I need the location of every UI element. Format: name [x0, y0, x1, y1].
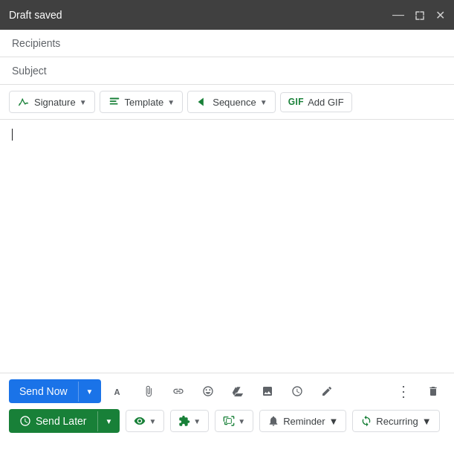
signature-chevron: ▼	[80, 98, 87, 106]
bottom-row2: Send Later ▼ ▼ ▼ ▼	[9, 409, 445, 433]
svg-rect-2	[109, 100, 116, 102]
send-now-label: Send Now	[9, 379, 78, 403]
send-later-label: Send Later	[36, 415, 87, 427]
bottom-toolbar: Send Now ▼ A	[0, 373, 454, 439]
signature-label: Signature	[34, 97, 76, 108]
compose-toolbar: Signature ▼ Template ▼ Sequence ▼ GIF Ad…	[0, 85, 454, 120]
expand-button[interactable]	[415, 8, 425, 22]
close-button[interactable]: ✕	[435, 8, 445, 22]
send-now-button[interactable]: Send Now ▼	[9, 379, 101, 403]
send-later-button[interactable]: Send Later ▼	[9, 409, 120, 433]
more-options-button[interactable]: ⋮	[392, 379, 415, 403]
compose-body[interactable]	[0, 120, 454, 373]
signature-button[interactable]: Signature ▼	[9, 91, 95, 113]
grid-chevron: ▼	[238, 417, 245, 425]
svg-rect-1	[109, 98, 119, 100]
reminder-label: Reminder	[283, 416, 325, 427]
preview-button[interactable]: ▼	[126, 410, 164, 432]
title-bar-controls: — ✕	[392, 8, 445, 22]
add-gif-button[interactable]: GIF Add GIF	[280, 92, 352, 112]
emoji-button[interactable]	[196, 379, 220, 403]
gif-prefix: GIF	[288, 97, 305, 107]
extensions-chevron: ▼	[193, 417, 201, 425]
sequence-button[interactable]: Sequence ▼	[187, 91, 275, 113]
text-cursor	[12, 129, 13, 141]
extensions-button[interactable]: ▼	[170, 410, 209, 432]
delete-button[interactable]	[421, 379, 445, 403]
send-later-dropdown[interactable]: ▼	[97, 411, 120, 431]
reminder-chevron: ▼	[328, 416, 338, 427]
svg-point-0	[19, 103, 21, 105]
svg-rect-3	[109, 103, 117, 105]
recurring-chevron: ▼	[422, 416, 432, 427]
edit-button[interactable]	[315, 379, 339, 403]
title-bar-title: Draft saved	[9, 9, 62, 21]
grid-button[interactable]: ▼	[215, 410, 253, 432]
template-chevron: ▼	[167, 98, 175, 106]
image-button[interactable]	[256, 379, 279, 403]
schedule-button[interactable]	[285, 379, 309, 403]
subject-label: Subject	[12, 65, 47, 77]
recipients-field[interactable]: Recipients	[0, 30, 454, 57]
minimize-button[interactable]: —	[392, 8, 404, 22]
drive-button[interactable]	[226, 379, 250, 403]
subject-field[interactable]: Subject	[0, 57, 454, 85]
send-now-dropdown[interactable]: ▼	[78, 382, 101, 402]
attach-button[interactable]	[137, 379, 160, 403]
sequence-chevron: ▼	[260, 98, 267, 106]
title-bar: Draft saved — ✕	[0, 0, 454, 30]
template-label: Template	[125, 97, 164, 108]
svg-text:A: A	[114, 387, 120, 396]
sequence-label: Sequence	[213, 97, 256, 108]
bottom-row1: Send Now ▼ A	[9, 379, 445, 403]
svg-rect-5	[227, 419, 232, 424]
recipients-label: Recipients	[12, 37, 60, 49]
preview-chevron: ▼	[149, 417, 156, 425]
add-gif-label: Add GIF	[308, 97, 343, 108]
reminder-button[interactable]: Reminder ▼	[259, 410, 346, 432]
recurring-button[interactable]: Recurring ▼	[352, 410, 439, 432]
text-format-button[interactable]: A	[107, 379, 131, 403]
link-button[interactable]	[166, 379, 190, 403]
send-later-main: Send Later	[9, 409, 97, 433]
template-button[interactable]: Template ▼	[100, 91, 184, 113]
recurring-label: Recurring	[376, 416, 418, 427]
